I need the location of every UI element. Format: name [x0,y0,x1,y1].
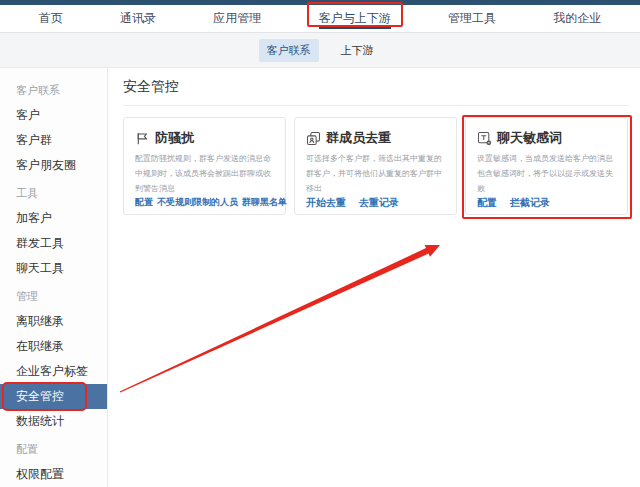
top-nav: 首页通讯录应用管理客户与上下游管理工具我的企业 [0,5,640,33]
card-link-config[interactable]: 配置 [477,196,497,210]
sidebar-item-permission-config[interactable]: 权限配置 [0,462,107,487]
card-link-start-dedupe[interactable]: 开始去重 [306,196,346,210]
sidebar-item-resigned-inherit[interactable]: 离职继承 [0,309,107,334]
card-header: 群成员去重 [306,129,445,147]
sidebar: 客户联系客户客户群客户朋友圈工具加客户群发工具聊天工具管理离职继承在职继承企业客… [0,68,108,487]
nav-item-admin-tools[interactable]: 管理工具 [448,5,496,32]
annotation-box-sidebar [2,382,87,411]
card-link-block-records[interactable]: 拦截记录 [510,196,550,210]
card-description: 可选择多个客户群，筛选出其中重复的群客户，并可将他们从重复的客户群中移出 [306,151,445,196]
dedupe-icon [306,131,321,146]
content-body: 客户联系客户客户群客户朋友圈工具加客户群发工具聊天工具管理离职继承在职继承企业客… [0,68,640,487]
card-chat-sensitive-words: 聊天敏感词设置敏感词，当成员发送给客户的消息包含敏感词时，将予以以提示或发送失败… [465,117,628,215]
card-anti-harassment: 防骚扰配置防骚扰规则，群客户发送的消息命中规则时，该成员将会被踢出群聊或收到警告… [123,117,286,215]
card-link-config[interactable]: 配置 [135,196,153,209]
main-content: 安全管控 防骚扰配置防骚扰规则，群客户发送的消息命中规则时，该成员将会被踢出群聊… [108,68,640,487]
subtab-bar: 客户联系上下游 [0,33,640,68]
card-links: 配置不受规则限制的人员群聊黑名单 [135,196,274,209]
card-description: 设置敏感词，当成员发送给客户的消息包含敏感词时，将予以以提示或发送失败 [477,151,616,196]
sidebar-item-chat-tools[interactable]: 聊天工具 [0,256,107,281]
nav-item-customers-updown[interactable]: 客户与上下游 [319,5,391,32]
sensitive-word-icon [477,131,492,146]
annotation-box-nav [307,2,403,27]
sidebar-group-header-config: 配置 [0,437,107,462]
sidebar-item-customers[interactable]: 客户 [0,103,107,128]
card-links: 开始去重去重记录 [306,196,445,210]
subtab-updownstream[interactable]: 上下游 [333,39,382,62]
subtab-customer-contact[interactable]: 客户联系 [259,39,319,62]
sidebar-group-header-customer-contact: 客户联系 [0,78,107,103]
feature-cards: 防骚扰配置防骚扰规则，群客户发送的消息命中规则时，该成员将会被踢出群聊或收到警告… [123,117,629,215]
sidebar-item-corp-customer-tags[interactable]: 企业客户标签 [0,359,107,384]
card-group-member-dedupe: 群成员去重可选择多个客户群，筛选出其中重复的群客户，并可将他们从重复的客户群中移… [294,117,457,215]
card-header: 聊天敏感词 [477,129,616,147]
nav-item-app-management[interactable]: 应用管理 [213,5,261,32]
sidebar-item-onjob-inherit[interactable]: 在职继承 [0,334,107,359]
sidebar-group-header-management: 管理 [0,284,107,309]
card-link-group-blacklist[interactable]: 群聊黑名单 [242,196,287,209]
sidebar-item-data-statistics[interactable]: 数据统计 [0,409,107,434]
card-header: 防骚扰 [135,129,274,147]
card-title: 聊天敏感词 [497,129,562,147]
nav-item-home[interactable]: 首页 [39,5,63,32]
page: 首页通讯录应用管理客户与上下游管理工具我的企业 客户联系上下游 客户联系客户客户… [0,0,640,487]
sidebar-item-add-customer[interactable]: 加客户 [0,206,107,231]
sidebar-item-security-control[interactable]: 安全管控 [0,384,107,409]
card-link-exempt-members[interactable]: 不受规则限制的人员 [157,196,238,209]
card-links: 配置拦截记录 [477,196,616,210]
sidebar-item-group-send-tools[interactable]: 群发工具 [0,231,107,256]
title-divider [123,105,629,106]
nav-item-contacts[interactable]: 通讯录 [120,5,156,32]
card-title: 群成员去重 [326,129,391,147]
sidebar-item-customer-groups[interactable]: 客户群 [0,128,107,153]
flag-icon [135,131,150,146]
sidebar-group-header-tools: 工具 [0,181,107,206]
card-title: 防骚扰 [155,129,194,147]
page-title: 安全管控 [123,77,629,95]
sidebar-item-customer-moments[interactable]: 客户朋友圈 [0,153,107,178]
card-link-dedupe-records[interactable]: 去重记录 [359,196,399,210]
nav-item-my-company[interactable]: 我的企业 [553,5,601,32]
card-description: 配置防骚扰规则，群客户发送的消息命中规则时，该成员将会被踢出群聊或收到警告消息 [135,151,274,196]
